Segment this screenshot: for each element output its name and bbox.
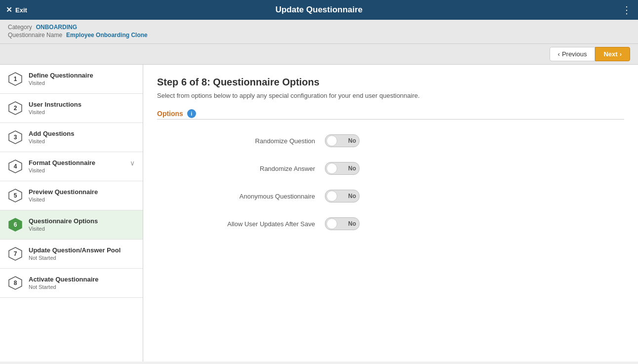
- toggle-row-0: Randomize Question No: [157, 134, 624, 147]
- options-divider: [157, 119, 624, 120]
- sidebar-item-step-3[interactable]: 3 Add Questions Visited: [0, 123, 143, 152]
- toggle-label-2: Anonymous Questionnaire: [187, 193, 315, 200]
- toggle-value-1: No: [348, 165, 356, 172]
- previous-button[interactable]: ‹ Previous: [550, 47, 596, 61]
- step-badge-8: 8: [8, 276, 23, 290]
- meta-bar: Category ONBOARDING Questionnaire Name E…: [0, 20, 638, 44]
- toggles-container: Randomize Question No Randomize Answer N…: [157, 134, 624, 230]
- next-button[interactable]: Next ›: [595, 47, 630, 61]
- next-chevron-icon: ›: [620, 50, 622, 58]
- toggle-row-2: Anonymous Questionnaire No: [157, 190, 624, 202]
- options-header: Options i: [157, 109, 624, 118]
- toggle-value-3: No: [348, 220, 356, 227]
- step-status-2: Visited: [29, 109, 135, 115]
- step-badge-2: 2: [8, 101, 23, 116]
- step-status-4: Visited: [29, 167, 124, 173]
- toggle-switch-0[interactable]: No: [325, 134, 359, 147]
- more-options-button[interactable]: ⋮: [622, 4, 632, 16]
- category-value: ONBOARDING: [36, 24, 77, 31]
- step-text-2: User Instructions Visited: [29, 101, 135, 115]
- sidebar-item-step-5[interactable]: 5 Preview Questionnaire Visited: [0, 181, 143, 210]
- prev-chevron-icon: ‹: [558, 50, 560, 58]
- toggle-switch-1[interactable]: No: [325, 162, 359, 175]
- content-area: Step 6 of 8: Questionnaire Options Selec…: [143, 65, 638, 362]
- step-status-5: Visited: [29, 197, 135, 202]
- toggle-switch-2[interactable]: No: [325, 190, 359, 202]
- exit-button[interactable]: ✕ Exit: [6, 5, 27, 14]
- step-badge-5: 5: [8, 188, 23, 203]
- toggle-label-1: Randomize Answer: [187, 165, 315, 172]
- previous-label: Previous: [562, 50, 587, 58]
- app-header: ✕ Exit Update Questionnaire ⋮: [0, 0, 638, 20]
- step-name-2: User Instructions: [29, 101, 135, 108]
- step-title: Step 6 of 8: Questionnaire Options: [157, 77, 624, 88]
- step-name-7: Update Question/Answer Pool: [29, 246, 135, 254]
- sidebar: 1 Define Questionnaire Visited 2 User In…: [0, 65, 143, 362]
- questionnaire-name-label: Questionnaire Name: [8, 32, 62, 39]
- navigation-bar: ‹ Previous Next ›: [0, 44, 638, 65]
- step-badge-3: 3: [8, 130, 23, 145]
- step-badge-7: 7: [8, 246, 23, 261]
- step-badge-4: 4: [8, 159, 23, 174]
- exit-label: Exit: [15, 6, 27, 14]
- step-status-1: Visited: [29, 80, 135, 86]
- step-badge-6: 6: [8, 217, 23, 232]
- step-name-5: Preview Questionnaire: [29, 188, 135, 196]
- step-text-4: Format Questionnaire Visited: [29, 159, 124, 173]
- step-status-7: Not Started: [29, 255, 135, 261]
- toggle-value-2: No: [348, 193, 356, 200]
- toggle-row-3: Allow User Updates After Save No: [157, 217, 624, 230]
- toggle-label-3: Allow User Updates After Save: [187, 220, 315, 228]
- step-text-1: Define Questionnaire Visited: [29, 72, 135, 86]
- questionnaire-name-value: Employee Onboarding Clone: [66, 32, 148, 39]
- toggle-label-0: Randomize Question: [187, 137, 315, 145]
- main-layout: 1 Define Questionnaire Visited 2 User In…: [0, 65, 638, 362]
- step-text-6: Questionnaire Options Visited: [29, 217, 135, 232]
- close-icon: ✕: [6, 5, 12, 14]
- category-label: Category: [8, 24, 32, 31]
- step-name-4: Format Questionnaire: [29, 159, 124, 166]
- toggle-switch-3[interactable]: No: [325, 217, 359, 230]
- step-status-6: Visited: [29, 226, 135, 232]
- toggle-knob-0: [326, 135, 337, 146]
- toggle-knob-2: [326, 191, 337, 202]
- step-status-8: Not Started: [29, 284, 135, 290]
- sidebar-item-step-8[interactable]: 8 Activate Questionnaire Not Started: [0, 269, 143, 298]
- toggle-value-0: No: [348, 137, 356, 144]
- toggle-knob-3: [326, 218, 337, 229]
- step-subtitle: Select from options below to apply any s…: [157, 92, 624, 99]
- next-label: Next: [603, 50, 617, 58]
- step-text-3: Add Questions Visited: [29, 130, 135, 144]
- page-title: Update Questionnaire: [276, 5, 363, 15]
- chevron-down-icon: ∨: [130, 159, 135, 167]
- toggle-knob-1: [326, 163, 337, 174]
- toggle-row-1: Randomize Answer No: [157, 162, 624, 175]
- sidebar-item-step-4[interactable]: 4 Format Questionnaire Visited ∨: [0, 152, 143, 181]
- step-name-3: Add Questions: [29, 130, 135, 137]
- sidebar-item-step-2[interactable]: 2 User Instructions Visited: [0, 94, 143, 123]
- step-name-6: Questionnaire Options: [29, 217, 135, 225]
- step-name-1: Define Questionnaire: [29, 72, 135, 79]
- sidebar-item-step-7[interactable]: 7 Update Question/Answer Pool Not Starte…: [0, 240, 143, 269]
- step-badge-1: 1: [8, 72, 23, 86]
- info-icon[interactable]: i: [187, 109, 196, 118]
- options-label: Options: [157, 110, 183, 118]
- step-text-5: Preview Questionnaire Visited: [29, 188, 135, 202]
- sidebar-item-step-1[interactable]: 1 Define Questionnaire Visited: [0, 65, 143, 94]
- step-name-8: Activate Questionnaire: [29, 276, 135, 283]
- step-status-3: Visited: [29, 138, 135, 144]
- sidebar-item-step-6[interactable]: 6 Questionnaire Options Visited: [0, 210, 143, 240]
- step-text-7: Update Question/Answer Pool Not Started: [29, 246, 135, 261]
- step-text-8: Activate Questionnaire Not Started: [29, 276, 135, 290]
